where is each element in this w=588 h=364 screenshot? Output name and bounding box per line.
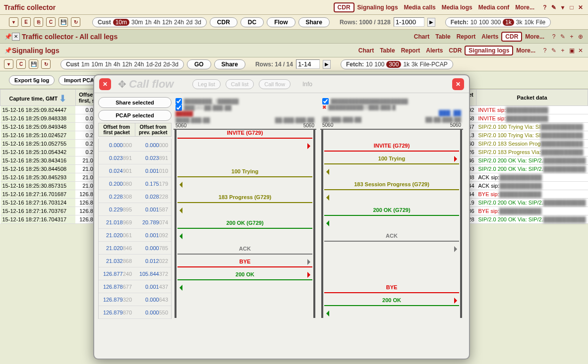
f-10[interactable]: 10 [366,61,372,68]
range-2d[interactable]: 2d [186,19,192,26]
sig-cdr[interactable]: CDR [449,47,462,54]
dialog-move-icon[interactable]: ✥ [116,78,128,90]
sip-message[interactable]: BYE [324,284,459,297]
sig-rows-next-icon[interactable]: ▶ [323,60,331,69]
th-time[interactable]: Capture time, GMT ⬇ [0,90,76,106]
dialog-header[interactable]: ✕ ✥ Call flow Leg list Call list Call fl… [94,75,469,93]
filter-icon[interactable]: ▾ [4,59,13,69]
f-3k[interactable]: 3k [412,61,418,68]
sub-chart[interactable]: Chart [414,33,429,40]
refresh-icon[interactable]: ↻ [41,59,51,69]
sig-alerts[interactable]: Alerts [426,47,443,54]
sip-message[interactable]: ACK [177,246,312,259]
more-icon[interactable]: ⊕ [577,33,584,40]
sub-cdr[interactable]: CDR [501,32,522,42]
pencil-icon[interactable]: ✎ [550,4,557,11]
sub-table[interactable]: Table [435,33,450,40]
range-30m[interactable]: 30m [131,19,143,26]
sig-chart[interactable]: Chart [358,47,374,54]
sip-message[interactable]: INVITE (G729) [324,143,459,156]
sig-siglogs[interactable]: Signaling logs [465,46,513,55]
fetch-file[interactable]: File [536,19,545,26]
tab-call-flow[interactable]: Call flow [259,79,291,89]
pin-icon[interactable]: 📌 [4,47,12,54]
save-icon[interactable]: 💾 [59,17,68,27]
nav-cdr[interactable]: CDR [334,2,354,12]
sip-message[interactable]: 183 Progress (G729) [177,194,312,207]
sip-message[interactable]: 200 OK (G729) [324,207,459,220]
r-2d3d[interactable]: 2d-3d [163,61,178,68]
cdr-button[interactable]: CDR [210,17,237,27]
dialog-close-icon[interactable]: ✕ [99,78,111,90]
fetch-100[interactable]: 100 [479,19,489,26]
export-5g-button[interactable]: Export 5g log [9,75,55,85]
rows-next-icon[interactable]: ▶ [427,18,435,27]
sub-alerts[interactable]: Alerts [481,33,498,40]
nav-media-conf[interactable]: Media conf [478,4,510,11]
help-icon[interactable]: ? [550,33,557,40]
flow-button[interactable]: Flow [267,17,295,27]
e-button[interactable]: E [21,17,31,27]
leg1-chk1[interactable] [176,98,182,104]
plus-icon[interactable]: + [568,33,575,40]
share-button[interactable]: Share [298,17,330,27]
sip-message[interactable]: 200 OK (G729) [177,220,312,233]
fetch-300[interactable]: 300 [491,19,501,26]
collapse-icon[interactable]: ▣ [568,47,575,54]
share-selected-button[interactable]: Share selected [98,97,172,108]
sip-message[interactable]: INVITE (G729) [177,130,312,143]
c-button[interactable]: C [16,59,26,69]
fetch-10k[interactable]: 10k [524,19,533,26]
sig-table[interactable]: Table [380,47,395,54]
pcap-selected-button[interactable]: PCAP selected [98,110,172,121]
sip-message[interactable]: 183 Session Progress (G729) [324,181,459,194]
filter-icon[interactable]: ▾ [9,17,18,27]
r-24h[interactable]: 24h [134,61,144,68]
refresh-icon[interactable]: ↻ [71,17,80,27]
close-subpanel-icon[interactable]: ✕ [12,33,20,41]
sig-rows-input[interactable] [296,59,320,69]
close-icon[interactable]: ✕ [577,47,584,54]
range-4h[interactable]: 4h [154,19,160,26]
r-1d2d[interactable]: 1d-2d [146,61,161,68]
share-button[interactable]: Share [214,59,245,69]
range-1h[interactable]: 1h [145,19,151,26]
copy-icon[interactable]: ⎘ [34,17,43,27]
tab-leg-list[interactable]: Leg list [192,79,221,89]
pencil-icon[interactable]: ✎ [559,33,566,40]
maximize-icon[interactable]: □ [568,4,575,11]
leg1-chk2[interactable] [176,104,182,111]
sip-message[interactable]: ACK [324,233,459,246]
close-icon[interactable]: ✕ [577,4,584,11]
range-3d[interactable]: 3d [195,19,201,26]
leg2-chk1[interactable] [322,98,329,104]
pin-icon[interactable]: 📌 [4,33,12,41]
save-icon[interactable]: 💾 [29,59,38,69]
th-data[interactable]: Packet data [476,90,588,106]
f-300[interactable]: 300 [386,61,401,68]
sip-message[interactable]: 100 Trying [324,156,459,168]
r-1h[interactable]: 1h [105,61,112,68]
fetch-1k[interactable]: 1k [503,19,514,26]
help-icon[interactable]: ? [541,4,548,11]
nav-media-calls[interactable]: Media calls [404,4,436,11]
sip-message[interactable]: 200 OK [177,271,312,284]
nav-signaling-logs[interactable]: Signaling logs [357,4,398,11]
range-10m[interactable]: 10m [113,19,129,26]
range-24h[interactable]: 24h [174,19,184,26]
f-1k[interactable]: 1k [403,61,410,68]
sip-message[interactable]: BYE [177,259,312,271]
c-button[interactable]: C [46,17,56,27]
fetch-10[interactable]: 10 [470,19,477,26]
dialog-close-icon[interactable]: ✕ [452,78,464,90]
dc-button[interactable]: DC [240,17,264,27]
pencil-icon[interactable]: ✎ [550,47,557,54]
rows-input[interactable] [394,17,424,27]
range-12h[interactable]: 12h [162,19,172,26]
sig-more[interactable]: More... [516,47,535,54]
r-1m[interactable]: 1m [81,61,90,68]
chevron-down-icon[interactable]: ▾ [559,4,566,11]
help-icon[interactable]: ? [541,47,548,54]
fetch-3k[interactable]: 3k [516,19,523,26]
plus-icon[interactable]: + [559,47,566,54]
